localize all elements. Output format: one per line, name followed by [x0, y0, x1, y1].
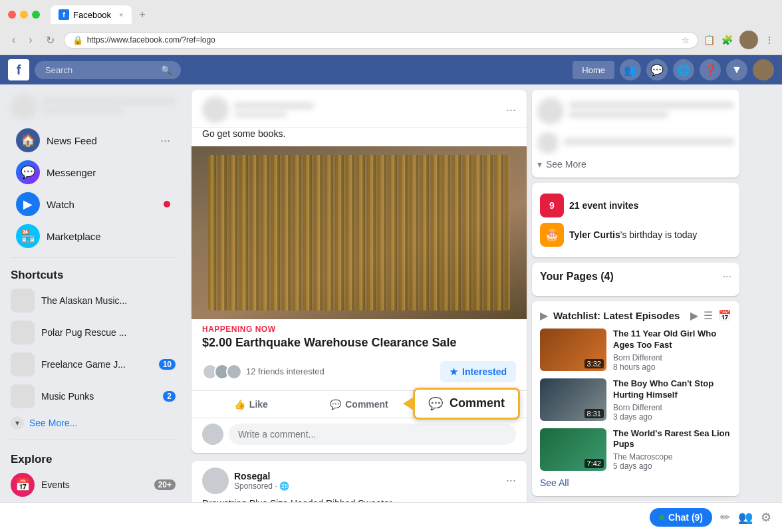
- messenger-icon[interactable]: 💬: [646, 59, 668, 80]
- watchlist-item-3[interactable]: 7:42 The World's Rarest Sea Lion Pups Th…: [540, 428, 731, 471]
- marketplace-icon: 🏪: [16, 224, 40, 248]
- like-label: Like: [249, 399, 268, 410]
- sidebar-item-marketplace[interactable]: 🏪 Marketplace: [5, 220, 181, 252]
- post-content-text: Go get some books.: [192, 128, 527, 146]
- like-button[interactable]: 👍 Like: [197, 394, 305, 415]
- browser-profile[interactable]: [739, 31, 758, 49]
- lock-icon: 🔒: [72, 35, 83, 45]
- birthday-suffix: 's birthday is today: [620, 229, 698, 240]
- watchlist-info-2: The Boy Who Can't Stop Hurting Himself B…: [613, 378, 731, 422]
- reload-button[interactable]: ↻: [42, 33, 59, 48]
- dropdown-arrow-icon[interactable]: ▼: [726, 59, 747, 80]
- watchlist-see-all[interactable]: See All: [540, 477, 731, 488]
- watchlist-time-3: 5 days ago: [613, 462, 731, 471]
- watchlist-info-3: The World's Rarest Sea Lion Pups The Mac…: [613, 428, 731, 471]
- watchlist-item-1[interactable]: 3:32 The 11 Year Old Girl Who Ages Too F…: [540, 329, 731, 372]
- your-pages-title: Your Pages (4): [540, 271, 614, 283]
- home-nav-button[interactable]: Home: [573, 61, 614, 79]
- main-layout: 🏠 News Feed ··· 💬 Messenger ▶ Watch 🏪 Ma…: [0, 84, 782, 532]
- watchlist-title-row: ▶ Watchlist: Latest Episodes: [540, 309, 680, 322]
- alaskan-label: The Alaskan Music...: [41, 295, 127, 306]
- facebook-logo[interactable]: f: [8, 59, 29, 80]
- sidebar-item-alaskan[interactable]: The Alaskan Music...: [0, 285, 186, 317]
- pocket-icon[interactable]: 📋: [704, 35, 715, 45]
- comment-input[interactable]: [229, 424, 516, 445]
- sidebar-item-freelance[interactable]: Freelance Game J... 10: [0, 348, 186, 380]
- music-punks-badge: 2: [163, 391, 176, 402]
- url-text: https://www.facebook.com/?ref=logo: [87, 35, 678, 45]
- chat-button[interactable]: Chat (9): [650, 508, 712, 527]
- edit-icon[interactable]: ✏: [720, 510, 730, 525]
- bookmark-icon[interactable]: ☆: [682, 35, 690, 45]
- forward-button[interactable]: ›: [25, 33, 36, 47]
- sidebar-item-events[interactable]: 📅 Events 20+: [0, 469, 186, 501]
- minimize-button[interactable]: [20, 11, 28, 19]
- event-invites-row[interactable]: 9 21 event invites: [540, 191, 731, 220]
- watchlist-calendar-btn[interactable]: 📅: [718, 309, 731, 322]
- friends-interested-text: 12 friends interested: [246, 366, 325, 376]
- comment-icon: 💬: [330, 399, 341, 410]
- like-icon: 👍: [234, 399, 245, 410]
- watchlist-list-btn[interactable]: ☰: [704, 309, 713, 322]
- right-sidebar: ▾ See More 9 21 event invites 🎂 Tyler Cu…: [532, 84, 745, 532]
- settings-icon[interactable]: ⚙: [761, 510, 771, 525]
- tab-close-icon[interactable]: ×: [119, 11, 123, 19]
- watchlist-thumb-2: 8:31: [540, 378, 606, 421]
- your-pages-card: Your Pages (4) ···: [532, 263, 739, 296]
- news-feed-more-icon[interactable]: ···: [160, 134, 170, 148]
- close-button[interactable]: [8, 11, 16, 19]
- extensions-icon[interactable]: 🧩: [721, 35, 733, 45]
- blurred-avatar: [11, 94, 37, 120]
- watchlist-controls: ▶ ☰ 📅: [690, 309, 731, 322]
- sidebar-item-polar-pug[interactable]: Polar Pug Rescue ...: [0, 317, 186, 348]
- comment-section: [192, 418, 527, 453]
- sidebar-item-messenger[interactable]: 💬 Messenger: [5, 156, 181, 188]
- sidebar-item-watch[interactable]: ▶ Watch: [5, 188, 181, 220]
- watchlist-item-2[interactable]: 8:31 The Boy Who Can't Stop Hurting Hims…: [540, 378, 731, 422]
- watchlist-duration-2: 8:31: [585, 409, 604, 418]
- events-label: Events: [41, 479, 70, 490]
- online-dot: [659, 515, 664, 520]
- your-pages-more-icon[interactable]: ···: [723, 271, 731, 283]
- contacts-icon[interactable]: 👥: [738, 510, 753, 525]
- user-avatar[interactable]: [753, 59, 774, 80]
- tooltip-arrow-icon: [403, 397, 414, 410]
- post-card-event: ··· Go get some books. HAPPENING NOW $2.…: [192, 90, 527, 453]
- chevron-down-icon: ▾: [537, 159, 542, 170]
- freelance-icon: [11, 352, 35, 376]
- left-sidebar: 🏠 News Feed ··· 💬 Messenger ▶ Watch 🏪 Ma…: [0, 84, 186, 532]
- comment-button[interactable]: 💬 Comment: [305, 394, 414, 415]
- shortcuts-title: Shortcuts: [0, 263, 186, 285]
- search-bar-container[interactable]: 🔍: [35, 61, 181, 79]
- comment-label: Comment: [345, 399, 388, 410]
- post-more-icon[interactable]: ···: [506, 103, 516, 117]
- rosegal-more-icon[interactable]: ···: [506, 473, 516, 487]
- see-more-label: See More...: [29, 418, 77, 428]
- watchlist-play-icon: ▶: [540, 309, 548, 322]
- sidebar-item-news-feed[interactable]: 🏠 News Feed ···: [5, 124, 181, 156]
- watchlist-video-title-3: The World's Rarest Sea Lion Pups: [613, 428, 731, 451]
- interested-button[interactable]: ★ Interested: [440, 361, 516, 382]
- new-tab-icon[interactable]: +: [140, 9, 146, 21]
- search-input[interactable]: [45, 65, 157, 75]
- sidebar-item-music-punks[interactable]: Music Punks 2: [0, 380, 186, 412]
- back-button[interactable]: ‹: [8, 33, 19, 47]
- friends-icon[interactable]: 👥: [620, 59, 641, 80]
- right-blurred-avatar: [537, 98, 564, 124]
- rosegal-avatar: [202, 467, 229, 494]
- comment-tooltip-container: 💬 Comment: [413, 388, 520, 420]
- bottom-bar: Chat (9) ✏ 👥 ⚙: [0, 502, 782, 532]
- menu-icon[interactable]: ⋮: [765, 35, 774, 45]
- see-more-button[interactable]: ▾ See More: [537, 156, 734, 172]
- explore-title: Explore: [0, 448, 186, 469]
- news-feed-label: News Feed: [47, 135, 97, 146]
- browser-tab[interactable]: f Facebook ×: [51, 5, 132, 24]
- url-bar[interactable]: 🔒 https://www.facebook.com/?ref=logo ☆: [64, 32, 698, 49]
- help-icon[interactable]: ❓: [700, 59, 721, 80]
- event-tag: HAPPENING NOW: [192, 319, 527, 335]
- globe-icon[interactable]: 🌐: [673, 59, 694, 80]
- maximize-button[interactable]: [32, 11, 40, 19]
- watchlist-play-btn[interactable]: ▶: [690, 309, 698, 322]
- right-top-blurred: ▾ See More: [532, 90, 739, 178]
- shortcuts-see-more[interactable]: ▾ See More...: [0, 412, 186, 434]
